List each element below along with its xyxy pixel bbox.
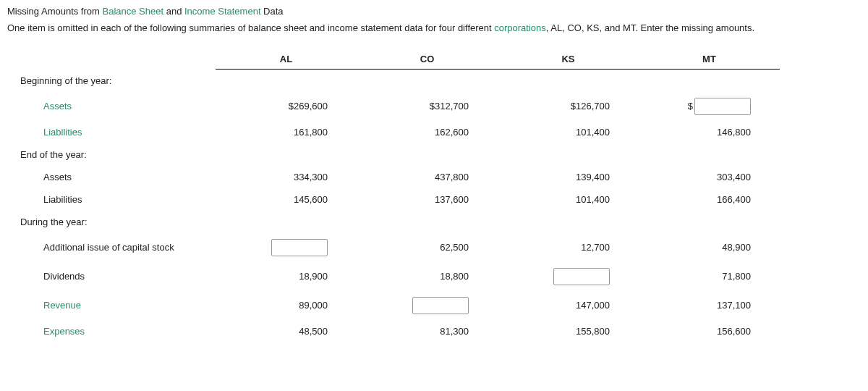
- row-label-assets[interactable]: Assets: [7, 101, 72, 112]
- row-label-expenses[interactable]: Expenses: [7, 326, 85, 337]
- col-header-ks: KS: [498, 46, 639, 70]
- table-row: Expenses 48,500 81,300 155,800 156,600: [7, 320, 780, 342]
- co-revenue-input[interactable]: [412, 297, 469, 314]
- cell-value: 18,900: [216, 262, 357, 291]
- table-row: Dividends 18,900 18,800 71,800: [7, 262, 780, 291]
- cell-value: 155,800: [498, 320, 639, 342]
- title-part: Data: [261, 6, 284, 17]
- cell-value: 145,600: [216, 188, 357, 211]
- income-statement-link[interactable]: Income Statement: [184, 6, 261, 17]
- row-label-liabilities[interactable]: Liabilities: [7, 127, 82, 138]
- cell-value: 101,400: [498, 188, 639, 211]
- cell-value: 303,400: [639, 166, 780, 188]
- table-row: Beginning of the year:: [7, 70, 780, 92]
- cell-value: $312,700: [357, 92, 498, 121]
- cell-value: 62,500: [357, 233, 498, 262]
- corporations-link[interactable]: corporations: [494, 22, 546, 33]
- cell-value: 161,800: [216, 121, 357, 143]
- data-table: AL CO KS MT Beginning of the year: Asset…: [7, 46, 780, 342]
- cell-value: 48,900: [639, 233, 780, 262]
- cell-value: 334,300: [216, 166, 357, 188]
- table-row: Assets $269,600 $312,700 $126,700 $: [7, 92, 780, 121]
- col-header-al: AL: [216, 46, 357, 70]
- cell-value: 137,600: [357, 188, 498, 211]
- table-row: Liabilities 161,800 162,600 101,400 146,…: [7, 121, 780, 143]
- cell-value: 137,100: [639, 291, 780, 320]
- cell-value: 146,800: [639, 121, 780, 143]
- row-label-add-stock: Additional issue of capital stock: [7, 242, 174, 253]
- col-header-mt: MT: [639, 46, 780, 70]
- cell-value: 147,000: [498, 291, 639, 320]
- cell-value: 12,700: [498, 233, 639, 262]
- cell-value: 156,600: [639, 320, 780, 342]
- cell-value: 81,300: [357, 320, 498, 342]
- table-row: End of the year:: [7, 143, 780, 166]
- cell-value: 89,000: [216, 291, 357, 320]
- table-row: Liabilities 145,600 137,600 101,400 166,…: [7, 188, 780, 211]
- dollar-sign: $: [688, 101, 693, 112]
- table-row: Assets 334,300 437,800 139,400 303,400: [7, 166, 780, 188]
- intro-text: One item is omitted in each of the follo…: [7, 22, 861, 33]
- al-add-stock-input[interactable]: [271, 239, 328, 256]
- table-row: Additional issue of capital stock 62,500…: [7, 233, 780, 262]
- row-label-revenue[interactable]: Revenue: [7, 300, 81, 311]
- section-end: End of the year:: [7, 143, 216, 166]
- row-label-assets2: Assets: [7, 172, 72, 182]
- intro-part: , AL, CO, KS, and MT. Enter the missing …: [546, 22, 754, 33]
- mt-begin-assets-input[interactable]: [694, 98, 751, 115]
- section-begin: Beginning of the year:: [7, 70, 216, 92]
- col-header-co: CO: [357, 46, 498, 70]
- cell-value: 71,800: [639, 262, 780, 291]
- cell-value: 48,500: [216, 320, 357, 342]
- cell-value: $269,600: [216, 92, 357, 121]
- cell-value: 166,400: [639, 188, 780, 211]
- title-part: and: [163, 6, 184, 17]
- cell-value: 162,600: [357, 121, 498, 143]
- cell-value: 101,400: [498, 121, 639, 143]
- cell-value: 18,800: [357, 262, 498, 291]
- table-row: Revenue 89,000 147,000 137,100: [7, 291, 780, 320]
- cell-value: $126,700: [498, 92, 639, 121]
- intro-part: One item is omitted in each of the follo…: [7, 22, 494, 33]
- cell-value: 139,400: [498, 166, 639, 188]
- row-label-liabilities2: Liabilities: [7, 194, 82, 205]
- page-title: Missing Amounts from Balance Sheet and I…: [7, 6, 861, 17]
- title-part: Missing Amounts from: [7, 6, 103, 17]
- row-label-dividends: Dividends: [7, 271, 85, 282]
- ks-dividends-input[interactable]: [553, 268, 610, 285]
- balance-sheet-link[interactable]: Balance Sheet: [103, 6, 164, 17]
- cell-value: 437,800: [357, 166, 498, 188]
- section-during: During the year:: [7, 211, 216, 233]
- table-row: During the year:: [7, 211, 780, 233]
